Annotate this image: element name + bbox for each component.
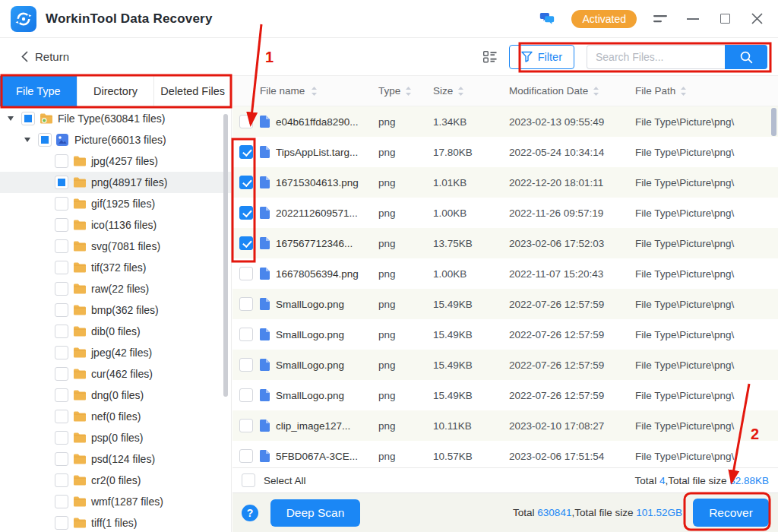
table-row[interactable]: e04b61ffda8290...png1.34KB2023-02-13 09:… (232, 106, 778, 137)
tree-item[interactable]: cur(462 files) (0, 363, 231, 385)
minimize-button[interactable] (685, 11, 701, 27)
tree-item[interactable]: tiff(1 files) (0, 512, 231, 532)
sort-icon[interactable] (311, 86, 318, 97)
tree-checkbox[interactable] (55, 176, 68, 189)
file-type-cell: png (378, 207, 433, 219)
help-icon[interactable]: ? (242, 505, 258, 521)
row-checkbox[interactable] (239, 176, 253, 189)
column-header-size[interactable]: Size (433, 85, 509, 97)
search-input[interactable] (587, 45, 725, 69)
row-checkbox[interactable] (239, 449, 253, 463)
expand-arrow-icon[interactable] (24, 138, 38, 142)
table-row[interactable]: SmallLogo.pngpng15.49KB2022-07-26 12:57:… (232, 380, 778, 410)
table-row[interactable]: 16678056394.pngpng1.00KB2022-11-07 15:20… (232, 258, 778, 289)
row-checkbox[interactable] (239, 145, 253, 159)
tree-checkbox[interactable] (55, 516, 68, 530)
tab-directory[interactable]: Directory (77, 76, 155, 106)
tree-checkbox[interactable] (55, 218, 68, 232)
tree-item[interactable]: dng(0 files) (0, 385, 231, 406)
column-header-file-name[interactable]: File name (260, 85, 378, 97)
row-checkbox[interactable] (239, 115, 253, 128)
table-scrollbar[interactable] (771, 108, 776, 136)
expand-arrow-icon[interactable] (8, 116, 21, 121)
row-checkbox[interactable] (239, 297, 253, 311)
row-checkbox[interactable] (239, 388, 253, 402)
tree-item[interactable]: jpg(4257 files) (0, 150, 231, 172)
tree-item[interactable]: raw(22 files) (0, 278, 231, 299)
search-button[interactable] (725, 45, 767, 69)
tree-checkbox[interactable] (38, 133, 52, 147)
tree-item[interactable]: nef(0 files) (0, 406, 231, 427)
tree-item[interactable]: File Type(630841 files) (0, 108, 231, 129)
tree-checkbox[interactable] (55, 325, 68, 338)
tree-item[interactable]: Picture(66013 files) (0, 129, 231, 150)
tree-scrollbar[interactable] (223, 114, 228, 397)
menu-icon[interactable] (653, 11, 669, 27)
tree-item[interactable]: jpeg(42 files) (0, 342, 231, 363)
row-checkbox[interactable] (239, 419, 253, 432)
tree-checkbox[interactable] (21, 112, 35, 125)
tree-checkbox[interactable] (55, 410, 68, 423)
tree-checkbox[interactable] (55, 495, 68, 508)
tree-item[interactable]: psp(0 files) (0, 427, 231, 448)
tree-checkbox[interactable] (55, 388, 68, 402)
table-row[interactable]: SmallLogo.pngpng15.49KB2022-07-26 12:57:… (232, 319, 778, 350)
tree-checkbox[interactable] (55, 303, 68, 317)
tab-file-type[interactable]: File Type (0, 76, 77, 106)
tree-checkbox[interactable] (55, 367, 68, 381)
tree-checkbox[interactable] (55, 239, 68, 253)
table-row[interactable]: clip_image127...png10.11KB2023-02-10 17:… (232, 410, 778, 441)
activated-badge[interactable]: Activated (571, 10, 637, 28)
tab-deleted-files[interactable]: Deleted Files (154, 76, 231, 106)
table-row[interactable]: SmallLogo.pngpng15.49KB2022-07-26 12:57:… (232, 350, 778, 380)
table-row[interactable]: SmallLogo.pngpng15.49KB2022-07-26 12:57:… (232, 289, 778, 319)
column-header-modification-date[interactable]: Modification Date (509, 85, 635, 97)
tree-item[interactable]: wmf(1287 files) (0, 491, 231, 512)
tree-item[interactable]: bmp(362 files) (0, 299, 231, 321)
close-button[interactable] (749, 11, 764, 27)
table-row[interactable]: 2022112609571...png1.00KB2022-11-26 09:5… (232, 198, 778, 228)
tree-item[interactable]: dib(0 files) (0, 321, 231, 342)
tree-item[interactable]: cr2(0 files) (0, 470, 231, 491)
select-all-checkbox[interactable] (242, 473, 255, 487)
filter-button[interactable]: Filter (509, 45, 574, 69)
sort-icon[interactable] (457, 86, 464, 97)
row-checkbox[interactable] (239, 358, 253, 372)
sort-icon[interactable] (593, 86, 599, 97)
row-checkbox[interactable] (239, 328, 253, 341)
tree-checkbox[interactable] (55, 154, 68, 168)
table-row[interactable]: TipsAppList.targ...png17.80KB2022-05-24 … (232, 137, 778, 167)
tree-item-label: Picture(66013 files) (74, 134, 166, 146)
sort-icon[interactable] (680, 86, 687, 97)
tree-checkbox[interactable] (55, 452, 68, 466)
tree-item[interactable]: tif(372 files) (0, 257, 231, 278)
row-checkbox[interactable] (239, 206, 253, 220)
table-row[interactable]: 167567712346...png13.75KB2023-02-06 17:5… (232, 228, 778, 258)
return-button[interactable]: Return (21, 50, 69, 63)
column-header-file-path[interactable]: File Path (635, 85, 778, 97)
tree-checkbox[interactable] (55, 197, 68, 211)
deep-scan-button[interactable]: Deep Scan (270, 499, 360, 527)
tree-checkbox[interactable] (55, 282, 68, 296)
sort-icon[interactable] (405, 86, 412, 97)
tree-item[interactable]: gif(1925 files) (0, 193, 231, 214)
file-path-cell: File Type\Picture\png\ (635, 207, 778, 219)
feedback-chat-icon[interactable] (539, 11, 555, 27)
table-row[interactable]: 5FBD067A-3CE...png10.57KB2023-02-06 17:5… (232, 441, 778, 467)
tree-checkbox[interactable] (55, 473, 68, 487)
tree-checkbox[interactable] (55, 346, 68, 359)
tree-item[interactable]: ico(1136 files) (0, 214, 231, 236)
recover-button[interactable]: Recover (693, 499, 769, 527)
column-header-type[interactable]: Type (378, 85, 433, 97)
tree-item[interactable]: png(48917 files) (0, 172, 231, 193)
row-checkbox[interactable] (239, 267, 253, 280)
tree-checkbox[interactable] (55, 261, 68, 274)
tree-checkbox[interactable] (55, 431, 68, 445)
view-toggle-icon[interactable] (483, 51, 497, 63)
tree-item[interactable]: psd(124 files) (0, 448, 231, 470)
tree-item-label: dng(0 files) (91, 389, 144, 401)
table-row[interactable]: 16715304613.pngpng1.01KB2022-12-20 18:01… (232, 167, 778, 198)
maximize-button[interactable] (717, 11, 732, 27)
row-checkbox[interactable] (239, 236, 253, 250)
tree-item[interactable]: svg(7081 files) (0, 236, 231, 257)
